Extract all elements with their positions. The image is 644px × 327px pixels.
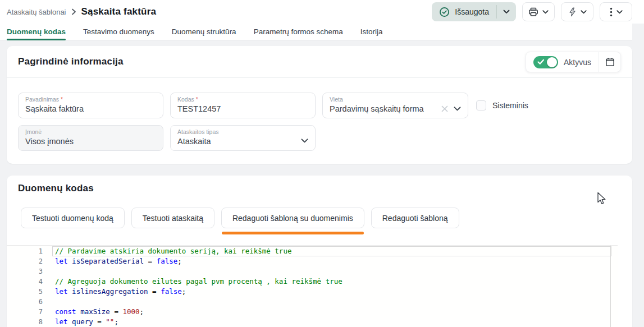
calendar-icon bbox=[605, 57, 615, 67]
field-label: Vieta bbox=[330, 96, 343, 103]
sisteminis-checkbox[interactable]: Sisteminis bbox=[476, 100, 528, 110]
saved-split-button[interactable]: Išsaugota bbox=[432, 2, 516, 21]
action-button-redaguoti-šabloną[interactable]: Redaguoti šabloną bbox=[371, 208, 459, 228]
clear-icon[interactable] bbox=[441, 105, 448, 112]
tab-duomenų-kodas[interactable]: Duomenų kodas bbox=[7, 24, 66, 40]
tab-istorija[interactable]: Istorija bbox=[360, 24, 383, 40]
code-text: // Agreguoja dokumento eilutes pagal pvm… bbox=[55, 277, 342, 287]
lightning-icon bbox=[568, 7, 577, 17]
imone-value: Visos įmonės bbox=[25, 137, 156, 146]
code-line[interactable]: 5let islinesAggregation = false; bbox=[7, 287, 618, 297]
active-toggle-label: Aktyvus bbox=[564, 58, 591, 67]
field-label: Ataskaitos tipas bbox=[177, 128, 219, 135]
line-number: 4 bbox=[7, 277, 55, 287]
automation-dropdown-button[interactable] bbox=[561, 2, 593, 21]
header-actions: Išsaugota bbox=[432, 2, 632, 21]
vieta-select-field[interactable]: Vieta Pardavimų sąskaitų forma bbox=[322, 93, 468, 118]
code-text: let query = ""; bbox=[55, 317, 118, 327]
printer-icon bbox=[528, 7, 538, 17]
status-controls: Aktyvus bbox=[526, 52, 621, 72]
line-number: 5 bbox=[7, 287, 55, 297]
code-line[interactable]: 8let query = ""; bbox=[7, 317, 618, 327]
action-button-testuoti-ataskaitą[interactable]: Testuoti ataskaitą bbox=[131, 208, 214, 228]
code-line[interactable]: 7const maxSize = 1000; bbox=[7, 307, 618, 317]
line-number: 1 bbox=[7, 246, 55, 256]
action-button-redaguoti-šabloną-su-duomenimis[interactable]: Redaguoti šabloną su duomenimis bbox=[221, 208, 364, 228]
kodas-field[interactable]: Kodas * TEST12457 bbox=[170, 93, 316, 118]
check-circle-icon bbox=[439, 7, 450, 17]
current-line-highlight bbox=[52, 246, 611, 256]
required-asterisk: * bbox=[196, 96, 198, 103]
code-line[interactable]: 2let isSeparatedSerial = false; bbox=[7, 256, 618, 266]
saved-dropdown-toggle[interactable] bbox=[497, 10, 516, 14]
info-card-title: Pagrindinė informacija bbox=[18, 56, 124, 67]
active-toggle[interactable]: Aktyvus bbox=[526, 52, 599, 72]
code-card-title: Duomenų kodas bbox=[18, 183, 94, 194]
breadcrumb-chevron-icon bbox=[71, 8, 76, 15]
toggle-switch-icon[interactable] bbox=[533, 56, 558, 68]
chevron-down-icon[interactable] bbox=[454, 107, 461, 111]
chevron-down-icon bbox=[581, 10, 587, 14]
code-line[interactable]: 6 bbox=[7, 297, 618, 307]
code-line[interactable]: 1// Pardavime atskiria dokumento seriją,… bbox=[7, 246, 618, 256]
tab-parametrų-formos-schema[interactable]: Parametrų formos schema bbox=[254, 24, 343, 40]
pavadinimas-value: Sąskaita faktūra bbox=[25, 104, 156, 113]
code-editor[interactable]: 1// Pardavime atskiria dokumento seriją,… bbox=[7, 245, 618, 327]
field-label: Įmonė bbox=[25, 128, 42, 135]
tab-duomenų-struktūra[interactable]: Duomenų struktūra bbox=[172, 24, 236, 40]
line-number: 2 bbox=[7, 256, 55, 266]
vieta-value: Pardavimų sąskaitų forma bbox=[330, 104, 438, 113]
sisteminis-label: Sisteminis bbox=[492, 101, 528, 110]
breadcrumb-parent-link[interactable]: Ataskaitų šablonai bbox=[7, 8, 66, 16]
field-label: Pavadinimas bbox=[25, 96, 59, 103]
line-number: 3 bbox=[7, 266, 55, 277]
line-number: 6 bbox=[7, 297, 55, 307]
code-text: let isSeparatedSerial = false; bbox=[55, 256, 182, 266]
imone-field: Įmonė Visos įmonės bbox=[18, 125, 163, 151]
tab-testavimo-duomenys[interactable]: Testavimo duomenys bbox=[83, 24, 154, 40]
breadcrumb: Ataskaitų šablonai Sąskaita faktūra bbox=[7, 0, 156, 24]
checkbox-icon[interactable] bbox=[476, 100, 486, 110]
ataskaitos-tipas-select-field[interactable]: Ataskaitos tipas Ataskaita bbox=[170, 125, 316, 151]
top-bar: Ataskaitų šablonai Sąskaita faktūra Išsa… bbox=[0, 0, 644, 24]
code-line[interactable]: 3 bbox=[7, 266, 618, 277]
tab-bar: Duomenų kodasTestavimo duomenysDuomenų s… bbox=[0, 24, 632, 40]
code-text: let islinesAggregation = false; bbox=[55, 287, 186, 297]
kebab-menu-icon bbox=[610, 7, 613, 17]
calendar-button[interactable] bbox=[599, 52, 620, 72]
more-options-dropdown-button[interactable] bbox=[600, 2, 632, 21]
page-title: Sąskaita faktūra bbox=[81, 6, 157, 17]
main-info-card: Pagrindinė informacija Aktyvus Pavadinim… bbox=[7, 46, 632, 164]
code-text: const maxSize = 1000; bbox=[55, 307, 144, 317]
line-number: 7 bbox=[7, 307, 55, 317]
pavadinimas-field[interactable]: Pavadinimas * Sąskaita faktūra bbox=[18, 93, 163, 118]
action-button-testuoti-duomenų-kodą[interactable]: Testuoti duomenų kodą bbox=[21, 208, 125, 228]
chevron-down-icon bbox=[542, 10, 549, 14]
kodas-value: TEST12457 bbox=[177, 104, 308, 113]
print-dropdown-button[interactable] bbox=[522, 2, 555, 21]
chevron-down-icon bbox=[616, 10, 623, 14]
code-card: Duomenų kodas Testuoti duomenų kodąTestu… bbox=[7, 176, 632, 327]
field-label: Kodas bbox=[177, 96, 194, 103]
code-actions: Testuoti duomenų kodąTestuoti ataskaitąR… bbox=[21, 208, 459, 228]
ataskaitos-tipas-value: Ataskaita bbox=[177, 137, 301, 146]
line-number: 8 bbox=[7, 317, 55, 327]
code-line[interactable]: 4// Agreguoja dokumento eilutes pagal pv… bbox=[7, 277, 618, 287]
saved-status-label: Išsaugota bbox=[455, 7, 489, 16]
chevron-down-icon[interactable] bbox=[301, 139, 308, 143]
required-asterisk: * bbox=[61, 96, 63, 103]
